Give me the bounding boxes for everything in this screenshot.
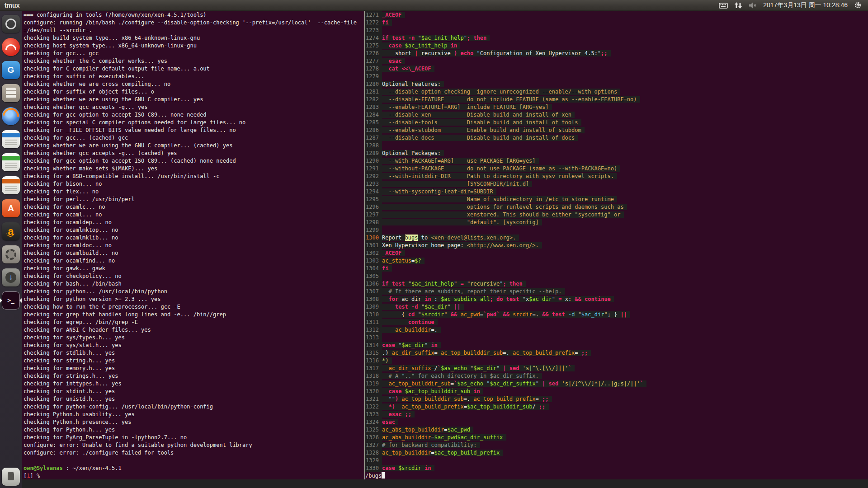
- vim-code-line: 1324esac: [365, 418, 868, 426]
- trash-icon[interactable]: [2, 468, 20, 486]
- terminal-line: checking for memory.h... yes: [24, 365, 364, 372]
- line-number: 1326: [365, 434, 382, 441]
- terminal-line: [24, 457, 364, 465]
- terminal-line: checking for PyArg_ParseTuple in -lpytho…: [24, 434, 364, 441]
- dash-icon[interactable]: [2, 15, 20, 33]
- red-app-icon[interactable]: [2, 38, 20, 56]
- line-number: 1330: [365, 465, 382, 472]
- network-updown-icon[interactable]: [734, 2, 742, 9]
- line-number: 1286: [365, 127, 382, 134]
- pane-divider[interactable]: [364, 11, 365, 479]
- line-number: 1302: [365, 249, 382, 257]
- launcher-cell: >_: [0, 289, 22, 312]
- line-number: 1308: [365, 296, 382, 303]
- terminal-line: checking for ocamldoc... no: [24, 242, 364, 249]
- files-icon[interactable]: [2, 84, 20, 102]
- terminal-line: checking whether gcc accepts -g... yes: [24, 103, 364, 111]
- line-number: 1314: [365, 342, 382, 349]
- writer-icon[interactable]: [2, 130, 20, 148]
- left-pane[interactable]: === configuring in tools (/home/own/xen/…: [22, 11, 364, 479]
- vim-code-line: 1296 options for runlevel scripts and da…: [365, 203, 868, 211]
- terminal-line: checking whether gcc accepts -g... (cach…: [24, 150, 364, 157]
- amazon-icon[interactable]: a: [2, 222, 20, 240]
- software-center-icon[interactable]: A: [2, 199, 20, 217]
- settings-icon[interactable]: [2, 245, 20, 263]
- line-number: 1271: [365, 11, 382, 19]
- terminal-line: checking whether we are using the GNU C …: [24, 96, 364, 103]
- line-number: 1305: [365, 272, 382, 280]
- terminal-line: checking for Python.h... yes: [24, 426, 364, 434]
- vim-code-line: 1329: [365, 457, 868, 465]
- line-number: 1274: [365, 34, 382, 42]
- focused-app-arrow: [19, 298, 22, 303]
- line-number: 1315: [365, 349, 382, 357]
- terminal-window[interactable]: === configuring in tools (/home/own/xen/…: [22, 11, 868, 488]
- vim-code-line: 1328ac_top_builddir=$ac_top_build_prefix: [365, 449, 868, 457]
- vim-code-line: 1307 # If there are subdirs, report thei…: [365, 288, 868, 296]
- terminal-line: checking for string.h... yes: [24, 357, 364, 365]
- line-number: 1309: [365, 303, 382, 311]
- launcher-cell: A: [0, 197, 22, 220]
- vim-code-line: 1295 Name of subdirectory in /etc to sto…: [365, 196, 868, 203]
- terminal-line: checking for ocamlmktop... no: [24, 226, 364, 234]
- terminal-line: checking for perl... /usr/bin/perl: [24, 196, 364, 203]
- terminal-line: checking for checkpolicy... no: [24, 272, 364, 280]
- terminal-line: checking for ocamlfind... no: [24, 257, 364, 265]
- terminal-line: checking for gcc option to accept ISO C8…: [24, 111, 364, 119]
- impress-icon[interactable]: [2, 176, 20, 194]
- vim-code-line: 1280Optional Features:: [365, 80, 868, 88]
- vim-code-line: 1310 { cd "$srcdir" && ac_pwd=`pwd` && s…: [365, 311, 868, 319]
- calc-icon[interactable]: [2, 153, 20, 171]
- blue-g-app-icon[interactable]: G: [2, 61, 20, 79]
- terminal-line: checking whether make sets $(MAKE)... ye…: [24, 165, 364, 173]
- line-number: 1319: [365, 380, 382, 388]
- terminal-line: configure: error: ./configure failed for…: [24, 449, 364, 457]
- line-number: 1307: [365, 288, 382, 296]
- right-pane[interactable]: 1271_ACEOF 1272fi 12731274if test -n "$a…: [365, 11, 868, 479]
- line-number: 1292: [365, 173, 382, 180]
- terminal-icon[interactable]: >_: [2, 291, 20, 310]
- vim-code-line: 1273: [365, 27, 868, 34]
- line-number: 1290: [365, 157, 382, 165]
- line-number: 1300: [365, 234, 382, 242]
- terminal-line: checking for suffix of executables...: [24, 73, 364, 80]
- download-icon[interactable]: ↓: [2, 268, 20, 286]
- launcher-cell: a: [0, 220, 22, 243]
- terminal-line: checking for ocaml... no: [24, 211, 364, 219]
- terminal-line: checking for strings.h... yes: [24, 372, 364, 380]
- line-number: 1293: [365, 180, 382, 188]
- terminal-line: checking for C compiler default output f…: [24, 65, 364, 73]
- launcher-cell: [0, 12, 22, 35]
- terminal-line: checking for python... /usr/local/bin/py…: [24, 288, 364, 296]
- terminal-line: checking for stdint.h... yes: [24, 388, 364, 395]
- terminal-line: checking for inttypes.h... yes: [24, 380, 364, 388]
- terminal-line: configure: error: Unable to find a suita…: [24, 441, 364, 449]
- vim-code-line: 1312 ac_builddir=.: [365, 326, 868, 334]
- session-gear-icon[interactable]: [854, 1, 862, 9]
- vim-code-line: 1319 ac_top_builddir_sub=`$as_echo "$ac_…: [365, 380, 868, 388]
- launcher-cell: G: [0, 58, 22, 81]
- volume-muted-icon[interactable]: [749, 2, 757, 9]
- line-number: 1311: [365, 319, 382, 326]
- vim-code-line: 1276 short | recursive ) echo "Configura…: [365, 50, 868, 57]
- vim-code-line: 1274if test -n "$ac_init_help"; then: [365, 34, 868, 42]
- vim-command-line[interactable]: /bugs: [365, 472, 868, 479]
- clock-indicator[interactable]: 2017年3月13日 周一 10:28:46: [763, 1, 848, 9]
- launcher-cell: [0, 104, 22, 127]
- terminal-line: checking whether we are cross compiling.…: [24, 80, 364, 88]
- vim-code-line: 1294 --with-sysconfig-leaf-dir=SUBDIR: [365, 188, 868, 196]
- terminal-line: [1] %: [24, 472, 364, 479]
- terminal-line: checking for python version >= 2.3 ... y…: [24, 296, 364, 303]
- line-number: 1280: [365, 80, 382, 88]
- vim-code-line: 1313: [365, 334, 868, 342]
- terminal-line: checking build system type... x86_64-unk…: [24, 34, 364, 42]
- line-number: 1320: [365, 388, 382, 395]
- line-number: 1325: [365, 426, 382, 434]
- firefox-icon[interactable]: [2, 107, 20, 125]
- vim-code-line: 1306if test "$ac_init_help" = "recursive…: [365, 280, 868, 288]
- line-number: 1313: [365, 334, 382, 342]
- terminal-line: checking for gcc... (cached) gcc: [24, 134, 364, 142]
- line-number: 1283: [365, 103, 382, 111]
- terminal-line: checking for egrep... /bin//grep -E: [24, 319, 364, 326]
- keyboard-indicator-icon[interactable]: [719, 2, 728, 9]
